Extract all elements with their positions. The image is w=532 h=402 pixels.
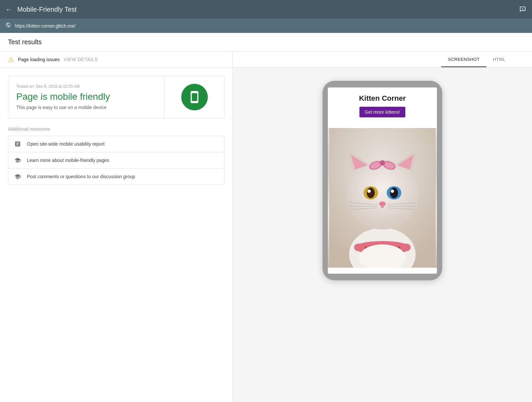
tabs-bar: SCREENSHOT HTML (233, 52, 532, 67)
view-details-link[interactable]: VIEW DETAILS (64, 57, 98, 62)
additional-resources-title: Additional resources (8, 126, 224, 132)
school-icon (14, 157, 22, 164)
test-results-heading: Test results (8, 38, 524, 46)
report-icon (14, 141, 22, 147)
svg-rect-1 (522, 9, 523, 10)
phone-content: Kitten Corner Get more kittens! (328, 87, 437, 128)
test-results-header: Test results (0, 33, 532, 52)
back-button[interactable]: ← (5, 6, 12, 13)
top-bar: ← Mobile-Friendly Test (0, 0, 532, 19)
tab-html[interactable]: HTML (486, 52, 512, 67)
tab-screenshot[interactable]: SCREENSHOT (441, 52, 486, 67)
right-panel: SCREENSHOT HTML Kitten Corner Get more k… (233, 52, 532, 402)
resource-item-usability[interactable]: Open site-wide mobile usability report (8, 136, 224, 152)
forum-icon (14, 173, 22, 180)
svg-point-21 (379, 201, 386, 206)
resource-item-learn[interactable]: Learn more about mobile-friendly pages (8, 152, 224, 169)
feedback-icon[interactable] (519, 5, 527, 13)
mobile-friendly-icon (181, 84, 208, 110)
svg-point-19 (390, 188, 398, 198)
issues-bar: ⚠ Page loading issues VIEW DETAILS (0, 52, 232, 68)
site-title: Kitten Corner (334, 94, 430, 103)
phone-screen: Kitten Corner Get more kittens! (328, 87, 437, 274)
resources-card: Open site-wide mobile usability report L… (8, 136, 224, 185)
mobile-friendly-title: Page is mobile friendly (16, 91, 156, 102)
resource-usability-label: Open site-wide mobile usability report (27, 141, 104, 147)
svg-point-20 (391, 190, 394, 193)
cta-button: Get more kittens! (359, 107, 406, 117)
app-title: Mobile-Friendly Test (17, 6, 519, 13)
result-card: Tested on: Dec 6, 2018 at 10:25 AM Page … (8, 76, 224, 118)
globe-icon (5, 22, 11, 30)
mobile-friendly-desc: This page is easy to use on a mobile dev… (16, 105, 156, 110)
issues-text: Page loading issues (18, 57, 60, 62)
resource-item-forum[interactable]: Post comments or questions to our discus… (8, 169, 224, 185)
svg-point-17 (367, 190, 371, 193)
left-panel: ⚠ Page loading issues VIEW DETAILS Teste… (0, 52, 233, 402)
result-card-left: Tested on: Dec 6, 2018 at 10:25 AM Page … (8, 76, 164, 118)
svg-point-16 (367, 188, 375, 198)
url-display: https://kitten-corner.glitch.me/ (15, 23, 75, 29)
svg-rect-0 (522, 8, 523, 9)
tested-on-text: Tested on: Dec 6, 2018 at 10:25 AM (16, 84, 156, 89)
main-layout: ⚠ Page loading issues VIEW DETAILS Teste… (0, 52, 532, 402)
resource-learn-label: Learn more about mobile-friendly pages (27, 158, 109, 163)
resource-forum-label: Post comments or questions to our discus… (27, 174, 135, 179)
result-card-right (164, 76, 224, 118)
svg-point-14 (380, 160, 385, 166)
phone-container: Kitten Corner Get more kittens! (303, 67, 462, 402)
url-bar: https://kitten-corner.glitch.me/ (0, 19, 532, 33)
content-area: Test results ⚠ Page loading issues VIEW … (0, 33, 532, 402)
additional-resources: Additional resources Open site-wide mobi… (8, 126, 224, 185)
phone-mockup: Kitten Corner Get more kittens! (323, 81, 442, 280)
warning-icon: ⚠ (8, 56, 14, 64)
cat-image (328, 128, 437, 268)
svg-point-5 (346, 160, 419, 229)
